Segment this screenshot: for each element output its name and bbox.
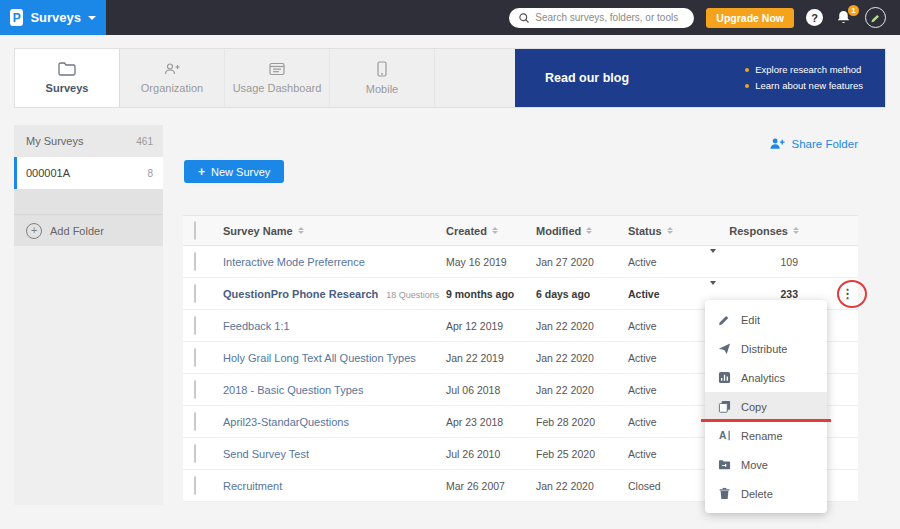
tab-organization[interactable]: Organization: [120, 49, 225, 107]
modified-cell: Feb 28 2020: [536, 416, 628, 428]
menu-item-move[interactable]: Move: [705, 450, 827, 479]
upgrade-button[interactable]: Upgrade Now: [706, 8, 794, 28]
status-cell: Active: [628, 288, 698, 300]
product-switcher[interactable]: P Surveys: [0, 0, 106, 35]
tab-label: Usage Dashboard: [233, 82, 322, 94]
status-dropdown-icon[interactable]: [710, 249, 716, 270]
status-cell: Active: [628, 448, 698, 460]
tab-mobile[interactable]: Mobile: [330, 49, 435, 107]
menu-item-label: Distribute: [741, 343, 787, 355]
question-count-label: 18 Questions: [386, 290, 439, 300]
global-search[interactable]: [509, 8, 694, 28]
blog-bullet: Learn about new features: [745, 78, 863, 94]
tab-label: Surveys: [46, 82, 89, 94]
menu-item-rename[interactable]: A Rename: [705, 421, 827, 450]
menu-item-copy[interactable]: Copy: [705, 392, 827, 421]
survey-name-link[interactable]: Interactive Mode Preferrence: [223, 256, 365, 268]
new-survey-label: New Survey: [211, 166, 270, 178]
modified-cell: 6 days ago: [536, 288, 628, 300]
survey-name-link[interactable]: Holy Grail Long Text All Question Types: [223, 352, 416, 364]
share-folder-button[interactable]: Share Folder: [769, 137, 858, 150]
search-input[interactable]: [535, 12, 685, 23]
column-header-modified[interactable]: Modified: [536, 225, 628, 237]
menu-item-analytics[interactable]: Analytics: [705, 363, 827, 392]
row-checkbox[interactable]: [194, 348, 196, 367]
product-menu-label: Surveys: [30, 10, 81, 25]
add-folder-label: Add Folder: [50, 225, 104, 237]
row-actions-menu: Edit Distribute Analytics Copy A Rename …: [705, 300, 827, 513]
plus-circle-icon: +: [26, 223, 42, 239]
column-header-label: Responses: [729, 225, 788, 237]
folder-icon: [58, 62, 76, 76]
menu-item-label: Delete: [741, 488, 773, 500]
help-icon[interactable]: ?: [806, 9, 823, 26]
sort-icon: [793, 227, 799, 234]
column-header-status[interactable]: Status: [628, 225, 698, 237]
row-actions-kebab-button[interactable]: ⋮: [841, 287, 858, 300]
folder-sidebar: My Surveys 461 000001A 8 + Add Folder: [14, 125, 163, 505]
column-header-survey-name[interactable]: Survey Name: [223, 225, 446, 237]
created-cell: Jul 26 2010: [446, 448, 536, 460]
column-header-label: Survey Name: [223, 225, 293, 237]
sidebar-item-000001a[interactable]: 000001A 8: [14, 157, 163, 189]
row-checkbox[interactable]: [194, 316, 196, 335]
svg-text:A: A: [719, 430, 727, 441]
rename-icon: A: [718, 429, 731, 442]
dashboard-icon: [269, 62, 285, 76]
created-cell: Jan 22 2019: [446, 352, 536, 364]
menu-item-label: Copy: [741, 401, 767, 413]
sidebar-item-my-surveys[interactable]: My Surveys 461: [14, 125, 163, 157]
menu-item-distribute[interactable]: Distribute: [705, 334, 827, 363]
blog-bullet: Explore research method: [745, 62, 863, 78]
column-header-label: Status: [628, 225, 662, 237]
sort-icon: [298, 227, 304, 234]
notifications-button[interactable]: 1: [835, 9, 853, 27]
share-people-icon: [769, 137, 786, 150]
mobile-icon: [377, 61, 387, 77]
menu-item-delete[interactable]: Delete: [705, 479, 827, 508]
notification-badge: 1: [848, 5, 859, 16]
created-cell: 9 months ago: [446, 288, 536, 300]
blog-banner[interactable]: Read our blog Explore research method Le…: [515, 49, 885, 107]
row-checkbox[interactable]: [194, 284, 196, 303]
tab-usage-dashboard[interactable]: Usage Dashboard: [225, 49, 330, 107]
pencil-icon: [718, 313, 731, 326]
survey-name-link[interactable]: April23-StandarQuestions: [223, 416, 349, 428]
status-dropdown-icon[interactable]: [710, 281, 716, 302]
created-cell: Apr 12 2019: [446, 320, 536, 332]
status-cell: Active: [628, 352, 698, 364]
main-tabs: Surveys Organization Usage Dashboard Mob…: [14, 48, 886, 108]
responses-cell: 109: [780, 256, 801, 268]
row-checkbox[interactable]: [194, 380, 196, 399]
survey-name-link[interactable]: Send Survey Test: [223, 448, 309, 460]
send-icon: [718, 342, 731, 355]
survey-name-link[interactable]: QuestionPro Phone Research: [223, 288, 378, 300]
add-folder-button[interactable]: + Add Folder: [14, 214, 163, 246]
column-header-created[interactable]: Created: [446, 225, 536, 237]
table-header-row: Survey Name Created Modified Status Resp…: [183, 215, 858, 246]
select-all-checkbox[interactable]: [194, 221, 196, 240]
tab-surveys[interactable]: Surveys: [15, 49, 120, 107]
modified-cell: Jan 27 2020: [536, 256, 628, 268]
survey-name-link[interactable]: Feedback 1:1: [223, 320, 290, 332]
survey-name-link[interactable]: Recruitment: [223, 480, 282, 492]
feedback-button[interactable]: [865, 7, 886, 28]
new-survey-button[interactable]: + New Survey: [184, 160, 284, 183]
column-header-responses[interactable]: Responses: [726, 225, 801, 237]
survey-row: Interactive Mode Preferrence May 16 2019…: [183, 246, 858, 278]
sort-icon: [586, 227, 592, 234]
modified-cell: Jan 22 2020: [536, 352, 628, 364]
chevron-down-icon: [88, 16, 96, 20]
row-checkbox[interactable]: [194, 476, 196, 495]
search-icon: [518, 12, 530, 24]
tab-label: Mobile: [366, 83, 398, 95]
status-cell: Active: [628, 384, 698, 396]
menu-item-edit[interactable]: Edit: [705, 305, 827, 334]
survey-name-link[interactable]: 2018 - Basic Question Types: [223, 384, 363, 396]
row-checkbox[interactable]: [194, 252, 196, 271]
row-checkbox[interactable]: [194, 412, 196, 431]
blog-banner-bullets: Explore research method Learn about new …: [745, 62, 863, 94]
row-checkbox[interactable]: [194, 444, 196, 463]
folder-move-icon: [718, 458, 731, 471]
modified-cell: Feb 25 2020: [536, 448, 628, 460]
